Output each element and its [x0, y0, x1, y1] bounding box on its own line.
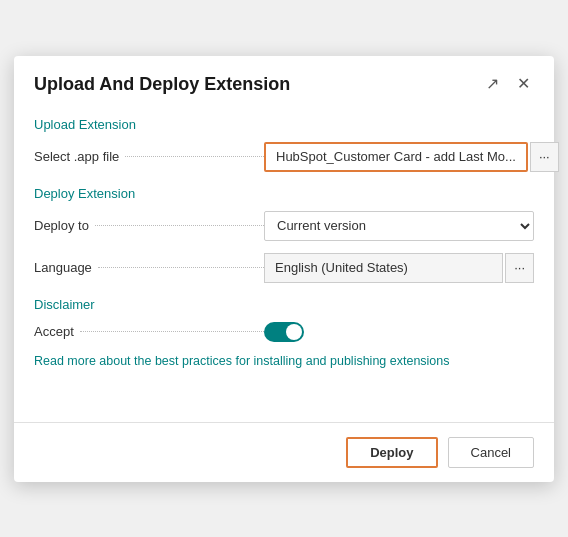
deploy-select-group: Current version New version	[264, 211, 534, 241]
dialog-title: Upload And Deploy Extension	[34, 74, 290, 95]
close-icon: ✕	[517, 75, 530, 92]
accept-toggle[interactable]	[264, 322, 304, 342]
cancel-button[interactable]: Cancel	[448, 437, 534, 468]
language-row: Language English (United States) ···	[34, 253, 534, 283]
toggle-thumb	[286, 324, 302, 340]
header-icons: ↗ ✕	[482, 74, 534, 94]
dot-line-2	[95, 225, 264, 226]
dialog-footer: Deploy Cancel	[14, 422, 554, 482]
select-file-label: Select .app file	[34, 149, 119, 164]
deploy-to-row: Deploy to Current version New version	[34, 211, 534, 241]
upload-extension-link[interactable]: Upload Extension	[34, 117, 136, 132]
read-more-link[interactable]: Read more about the best practices for i…	[34, 354, 534, 368]
file-input-group: HubSpot_Customer Card - add Last Mo... ·…	[264, 142, 559, 172]
accept-label: Accept	[34, 324, 74, 339]
disclaimer-link[interactable]: Disclaimer	[34, 297, 95, 312]
dialog-header: Upload And Deploy Extension ↗ ✕	[14, 56, 554, 107]
deploy-extension-link[interactable]: Deploy Extension	[34, 186, 135, 201]
dot-line-4	[80, 331, 264, 332]
language-display: English (United States)	[264, 253, 503, 283]
language-label-group: Language	[34, 260, 264, 275]
select-file-row: Select .app file HubSpot_Customer Card -…	[34, 142, 534, 172]
language-input-group: English (United States) ···	[264, 253, 534, 283]
dot-line-1	[125, 156, 264, 157]
accept-row: Accept	[34, 322, 534, 342]
dot-line-3	[98, 267, 264, 268]
expand-icon: ↗	[486, 75, 499, 92]
deploy-button[interactable]: Deploy	[346, 437, 437, 468]
expand-button[interactable]: ↗	[482, 74, 503, 94]
deploy-to-label: Deploy to	[34, 218, 89, 233]
language-ellipsis-button[interactable]: ···	[505, 253, 534, 283]
file-ellipsis-button[interactable]: ···	[530, 142, 559, 172]
deploy-to-label-group: Deploy to	[34, 218, 264, 233]
deploy-to-select[interactable]: Current version New version	[264, 211, 534, 241]
file-display[interactable]: HubSpot_Customer Card - add Last Mo...	[264, 142, 528, 172]
accept-label-group: Accept	[34, 324, 264, 339]
upload-deploy-dialog: Upload And Deploy Extension ↗ ✕ Upload E…	[14, 56, 554, 482]
dialog-body: Upload Extension Select .app file HubSpo…	[14, 107, 554, 392]
close-button[interactable]: ✕	[513, 74, 534, 94]
language-label: Language	[34, 260, 92, 275]
select-file-label-group: Select .app file	[34, 149, 264, 164]
